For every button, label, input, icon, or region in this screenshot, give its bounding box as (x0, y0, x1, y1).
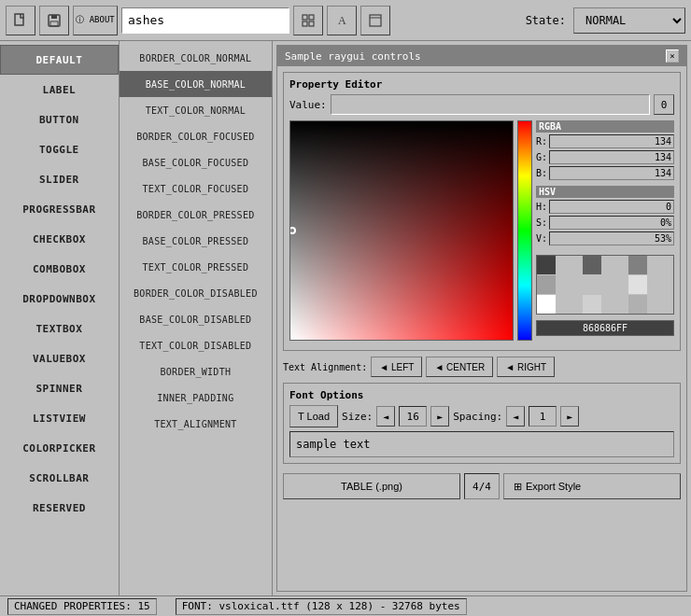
state-label: State: (526, 14, 566, 27)
mid-item-base-color-pressed[interactable]: BASE_COLOR_PRESSED (120, 228, 272, 254)
mid-item-text-color-focused[interactable]: TEXT_COLOR_FOCUSED (120, 175, 272, 202)
sidebar-item-checkbox[interactable]: CHECKBOX (0, 224, 119, 254)
mid-item-border-color-focused[interactable]: BORDER_COLOR_FOCUSED (120, 123, 272, 149)
v-label: V: (536, 233, 547, 244)
close-button[interactable]: × (666, 49, 679, 63)
changed-properties: CHANGED PROPERTIES: 15 (7, 598, 157, 615)
sidebar-item-button[interactable]: BUTTON (0, 105, 119, 134)
prop-value-row: Value: 0 (289, 94, 674, 115)
g-label: G: (536, 152, 547, 162)
h-label: H: (536, 202, 547, 212)
svg-rect-2 (51, 15, 57, 19)
mid-item-text-alignment[interactable]: TEXT_ALIGNMENT (120, 411, 272, 437)
swatch-0[interactable] (537, 256, 556, 274)
svg-rect-9 (370, 15, 381, 26)
value-input[interactable] (331, 94, 650, 115)
svg-rect-7 (309, 21, 314, 26)
hex-display: 868686FF (536, 320, 674, 336)
mid-item-base-color-disabled[interactable]: BASE_COLOR_DISABLED (120, 306, 272, 332)
mid-item-border-color-normal[interactable]: BORDER_COLOR_NORMAL (120, 45, 272, 71)
window-view-button[interactable] (360, 6, 390, 35)
sample-window: Sample raygui controls × Property Editor… (276, 45, 687, 592)
sidebar-item-spinner[interactable]: SPINNER (0, 373, 119, 403)
sidebar-item-dropdownbox[interactable]: DROPDOWNBOX (0, 284, 119, 314)
sidebar-item-progressbar[interactable]: PROGRESSBAR (0, 194, 119, 224)
r-label: R: (536, 136, 547, 147)
s-input[interactable] (549, 216, 674, 230)
g-input[interactable] (549, 150, 674, 164)
text-view-button[interactable]: A (327, 6, 357, 35)
align-left-button[interactable]: ◄ LEFT (371, 357, 422, 377)
sample-title: Sample raygui controls (285, 50, 421, 63)
sidebar-item-default[interactable]: DEFAULT (0, 45, 119, 75)
spacing-value: 1 (529, 406, 557, 427)
size-value: 16 (399, 406, 427, 427)
swatch-7[interactable] (583, 295, 601, 314)
about-button[interactable]: ⓘ ABOUT (73, 6, 118, 35)
sample-titlebar: Sample raygui controls × (277, 46, 686, 66)
swatch-2[interactable] (628, 256, 647, 274)
spacing-increase-button[interactable]: ► (560, 406, 579, 427)
r-input[interactable] (549, 134, 674, 148)
swatch-3[interactable] (537, 275, 556, 294)
sidebar-item-scrollbar[interactable]: SCROLLBAR (0, 463, 119, 493)
swatch-6[interactable] (537, 295, 556, 314)
value-confirm-button[interactable]: 0 (654, 94, 674, 115)
property-editor-title: Property Editor (289, 78, 674, 91)
mid-item-border-color-pressed[interactable]: BORDER_COLOR_PRESSED (120, 202, 272, 228)
sidebar-item-slider[interactable]: SLIDER (0, 164, 119, 194)
spacing-decrease-button[interactable]: ◄ (506, 406, 525, 427)
sidebar-item-combobox[interactable]: COMBOBOX (0, 254, 119, 284)
sample-text-input[interactable] (289, 431, 674, 457)
font-row: T Load Size: ◄ 16 ► Spacing: ◄ 1 ► (289, 405, 674, 427)
color-gradient-picker[interactable] (289, 120, 514, 341)
swatch-4[interactable] (583, 275, 601, 294)
state-select[interactable]: NORMAL (573, 7, 685, 34)
mid-item-base-color-normal[interactable]: BASE_COLOR_NORMAL (120, 71, 272, 97)
mid-item-base-color-focused[interactable]: BASE_COLOR_FOCUSED (120, 149, 272, 175)
hue-strip[interactable] (517, 120, 532, 341)
value-label: Value: (289, 99, 327, 111)
right-panel: Sample raygui controls × Property Editor… (273, 41, 691, 595)
sidebar-item-textbox[interactable]: TEXTBOX (0, 314, 119, 343)
mid-item-text-color-disabled[interactable]: TEXT_COLOR_DISABLED (120, 332, 272, 358)
swatch-8[interactable] (628, 295, 647, 314)
swatch-1[interactable] (583, 256, 601, 274)
align-center-button[interactable]: ◄ CENTER (426, 357, 493, 377)
mid-item-text-color-pressed[interactable]: TEXT_COLOR_PRESSED (120, 254, 272, 280)
size-increase-button[interactable]: ► (430, 406, 449, 427)
font-load-button[interactable]: T Load (289, 405, 338, 427)
table-button[interactable]: TABLE (.png) (283, 473, 460, 499)
left-panel: DEFAULT LABEL BUTTON TOGGLE SLIDER PROGR… (0, 41, 120, 595)
grid-view-button[interactable] (293, 6, 323, 35)
font-options: Font Options T Load Size: ◄ 16 ► Spacing… (283, 383, 681, 464)
swatch-5[interactable] (628, 275, 647, 294)
rgba-panel: RGBA R: G: B: (536, 120, 674, 344)
size-decrease-button[interactable]: ◄ (376, 406, 395, 427)
sample-content: Property Editor Value: 0 (277, 66, 686, 591)
toolbar: ⓘ ABOUT A State: NORMAL (0, 0, 691, 41)
text-alignment-label: Text Alignment: (283, 362, 367, 372)
title-input[interactable] (121, 7, 289, 34)
h-input[interactable] (549, 200, 674, 214)
bottom-action-row: TABLE (.png) 4/4 ⊞ Export Style (283, 473, 681, 499)
mid-item-border-width[interactable]: BORDER_WIDTH (120, 358, 272, 385)
font-info: FONT: vsloxical.ttf (128 x 128) - 32768 … (176, 598, 467, 615)
b-label: B: (536, 168, 547, 178)
b-input[interactable] (549, 166, 674, 180)
save-button[interactable] (39, 6, 69, 35)
mid-item-inner-padding[interactable]: INNER_PADDING (120, 385, 272, 411)
mid-item-border-color-disabled[interactable]: BORDER_COLOR_DISABLED (120, 280, 272, 306)
mid-item-text-color-normal[interactable]: TEXT_COLOR_NORMAL (120, 97, 272, 123)
v-input[interactable] (549, 231, 674, 245)
export-button[interactable]: ⊞ Export Style (503, 473, 681, 499)
sidebar-item-valuebox[interactable]: VALUEBOX (0, 343, 119, 373)
font-options-title: Font Options (289, 389, 674, 401)
sidebar-item-label[interactable]: LABEL (0, 75, 119, 105)
sidebar-item-listview[interactable]: LISTVIEW (0, 403, 119, 433)
sidebar-item-colorpicker[interactable]: COLORPICKER (0, 433, 119, 463)
sidebar-item-reserved[interactable]: RESERVED (0, 493, 119, 523)
new-button[interactable] (6, 6, 35, 35)
align-right-button[interactable]: ◄ RIGHT (497, 357, 555, 377)
sidebar-item-toggle[interactable]: TOGGLE (0, 134, 119, 164)
